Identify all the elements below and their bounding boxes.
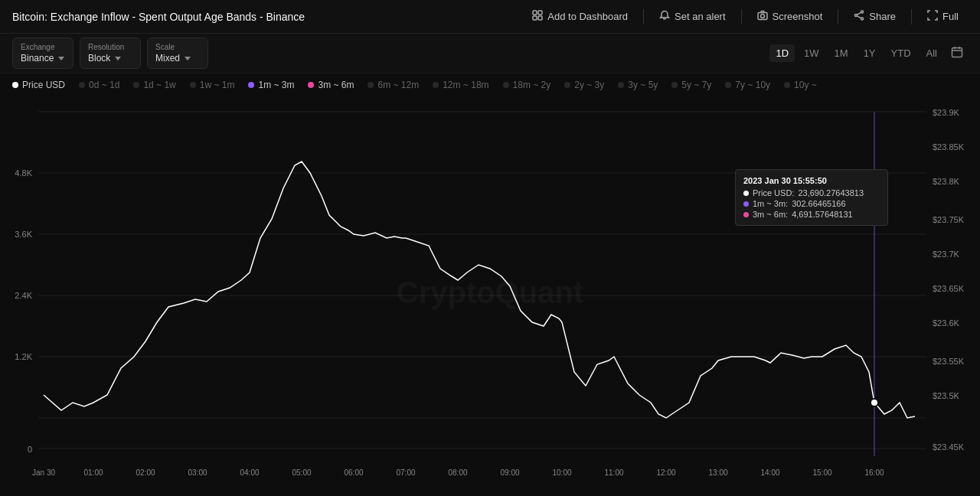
divider-2: [741, 9, 742, 24]
legend-item-11[interactable]: 5y ~ 7y: [671, 80, 711, 90]
controls-bar: Exchange Binance Resolution Block Scale …: [0, 34, 980, 73]
legend-label-0: Price USD: [22, 80, 65, 90]
legend-item-12[interactable]: 7y ~ 10y: [725, 80, 770, 90]
exchange-label: Exchange: [21, 43, 65, 51]
legend-item-0[interactable]: Price USD: [12, 80, 65, 90]
legend-item-7[interactable]: 12m ~ 18m: [433, 80, 488, 90]
svg-line-10: [858, 16, 861, 18]
svg-text:04:00: 04:00: [240, 468, 259, 477]
svg-text:14:00: 14:00: [760, 468, 779, 477]
scale-dropdown[interactable]: Mixed: [155, 53, 200, 64]
svg-text:06:00: 06:00: [344, 468, 363, 477]
legend-item-3[interactable]: 1w ~ 1m: [190, 80, 235, 90]
legend-dot-6: [368, 82, 374, 88]
add-to-dashboard-label: Add to Dashboard: [547, 11, 628, 22]
scale-value: Mixed: [155, 53, 180, 64]
legend-item-5[interactable]: 3m ~ 6m: [308, 80, 354, 90]
timeframe-1y[interactable]: 1Y: [858, 44, 882, 62]
full-button[interactable]: Full: [918, 5, 968, 28]
chevron-down-icon-2: [115, 57, 121, 60]
svg-text:Jan 30: Jan 30: [32, 468, 55, 477]
add-to-dashboard-button[interactable]: Add to Dashboard: [523, 5, 637, 28]
camera-icon: [757, 10, 768, 23]
exchange-dropdown[interactable]: Binance: [21, 53, 65, 64]
legend-item-8[interactable]: 18m ~ 2y: [503, 80, 551, 90]
svg-point-7: [855, 15, 858, 17]
legend-label-6: 6m ~ 12m: [377, 80, 419, 90]
legend-item-10[interactable]: 3y ~ 5y: [618, 80, 658, 90]
resolution-control[interactable]: Resolution Block: [80, 38, 141, 69]
svg-text:$23.55K: $23.55K: [933, 357, 965, 366]
svg-text:$23.6K: $23.6K: [933, 318, 960, 328]
watermark: CryptoQuant: [397, 276, 583, 309]
svg-text:02:00: 02:00: [136, 468, 155, 477]
svg-text:$23.75K: $23.75K: [933, 215, 965, 224]
legend-label-8: 18m ~ 2y: [513, 80, 551, 90]
svg-text:07:00: 07:00: [396, 468, 415, 477]
timeframe-1m[interactable]: 1M: [828, 44, 854, 62]
legend-item-6[interactable]: 6m ~ 12m: [368, 80, 419, 90]
full-label: Full: [942, 11, 959, 22]
timeframe-1w[interactable]: 1W: [798, 44, 825, 62]
dashboard-icon: [532, 10, 543, 23]
svg-text:3.6K: 3.6K: [15, 230, 32, 239]
legend-dot-12: [725, 82, 731, 88]
svg-rect-2: [533, 16, 537, 20]
legend-dot-11: [671, 82, 678, 88]
legend-label-9: 2y ~ 3y: [574, 80, 604, 90]
svg-line-9: [858, 12, 861, 15]
cursor-dot: [871, 399, 878, 406]
svg-text:11:00: 11:00: [604, 468, 623, 477]
set-alert-button[interactable]: Set an alert: [650, 5, 735, 28]
divider-3: [838, 9, 838, 24]
svg-text:05:00: 05:00: [292, 468, 311, 477]
scale-control[interactable]: Scale Mixed: [147, 38, 208, 69]
page-title: Bitcoin: Exchange Inflow - Spent Output …: [12, 11, 305, 23]
legend-dot-9: [564, 82, 570, 88]
legend-item-13[interactable]: 10y ~: [784, 80, 817, 90]
svg-rect-0: [533, 11, 537, 15]
legend-dot-1: [79, 82, 85, 88]
svg-text:01:00: 01:00: [83, 468, 103, 477]
chevron-down-icon-3: [185, 57, 191, 60]
share-button[interactable]: Share: [844, 5, 905, 28]
legend-dot-0: [12, 82, 18, 88]
screenshot-button[interactable]: Screenshot: [748, 5, 832, 28]
header-actions: Add to Dashboard Set an alert Screensho: [523, 5, 968, 28]
svg-text:03:00: 03:00: [188, 468, 207, 477]
svg-point-6: [861, 11, 864, 13]
legend-label-13: 10y ~: [794, 80, 817, 90]
resolution-value: Block: [88, 53, 110, 64]
svg-text:4.8K: 4.8K: [15, 168, 32, 178]
svg-text:2.4K: 2.4K: [15, 291, 32, 300]
divider-1: [643, 9, 644, 24]
svg-text:13:00: 13:00: [708, 468, 727, 477]
calendar-button[interactable]: [946, 43, 968, 64]
screenshot-label: Screenshot: [773, 11, 823, 22]
controls-left: Exchange Binance Resolution Block Scale …: [12, 38, 208, 69]
legend-item-2[interactable]: 1d ~ 1w: [133, 80, 175, 90]
exchange-control[interactable]: Exchange Binance: [12, 38, 74, 69]
header: Bitcoin: Exchange Inflow - Spent Output …: [0, 0, 980, 34]
chevron-down-icon: [58, 57, 64, 60]
legend-item-4[interactable]: 1m ~ 3m: [248, 80, 294, 90]
legend-bar: Price USD0d ~ 1d1d ~ 1w1w ~ 1m1m ~ 3m3m …: [0, 73, 980, 96]
svg-text:$23.7K: $23.7K: [933, 250, 960, 259]
timeframe-1d[interactable]: 1D: [769, 44, 795, 62]
svg-text:$23.5K: $23.5K: [933, 391, 960, 400]
svg-text:12:00: 12:00: [656, 468, 675, 477]
timeframe-all[interactable]: All: [920, 44, 943, 62]
bell-icon: [659, 10, 670, 23]
exchange-value: Binance: [21, 53, 54, 64]
legend-item-1[interactable]: 0d ~ 1d: [79, 80, 119, 90]
legend-label-7: 12m ~ 18m: [443, 80, 488, 90]
share-label: Share: [869, 11, 896, 22]
svg-text:$23.9K: $23.9K: [933, 108, 960, 117]
timeframe-ytd[interactable]: YTD: [885, 44, 917, 62]
legend-label-3: 1w ~ 1m: [200, 80, 235, 90]
legend-label-11: 5y ~ 7y: [681, 80, 711, 90]
svg-rect-3: [538, 16, 542, 20]
legend-item-9[interactable]: 2y ~ 3y: [564, 80, 604, 90]
resolution-dropdown[interactable]: Block: [88, 53, 132, 64]
svg-text:$23.65K: $23.65K: [933, 284, 965, 293]
